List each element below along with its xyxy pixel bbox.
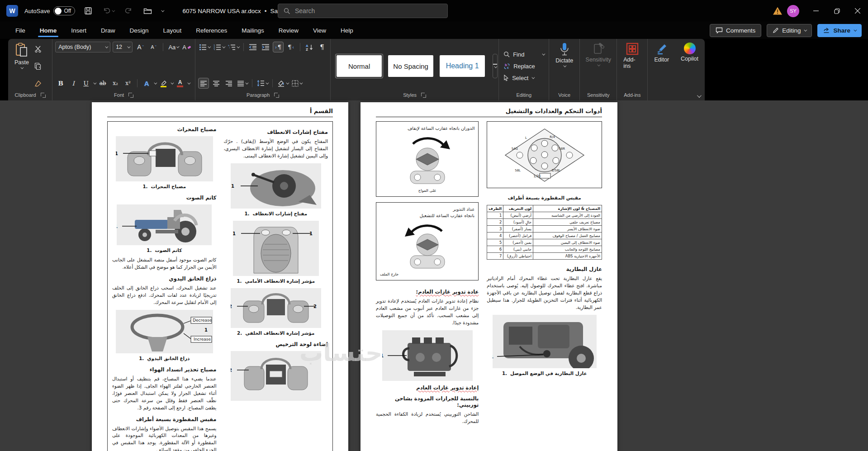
sort-button[interactable]: AZ [304,42,315,52]
style-no-spacing[interactable]: No Spacing [387,54,435,78]
tab-layout[interactable]: Layout [156,24,189,38]
borders-button[interactable] [291,78,303,89]
text-effects-button[interactable]: A [141,78,152,89]
document-canvas[interactable]: القسم أ مفتاح إشارات الانعطاف المفتاح يك… [0,100,868,451]
document-title-menu[interactable]: 6075 NARROW USA ar.docx • Saved [182,8,293,14]
font-color-chevron[interactable] [188,81,191,84]
tab-draw[interactable]: Draw [94,24,123,38]
grow-font-button[interactable]: Aˆ [135,42,146,52]
copy-button[interactable] [33,61,43,71]
tab-mailings[interactable]: Mailings [234,24,271,38]
cut-button[interactable] [33,43,43,54]
svg-text:A: A [306,44,308,48]
knob-ccw-text1: عداد التدوير [453,207,475,212]
copilot-button[interactable]: Copilot [677,42,702,90]
justify-button[interactable] [236,78,248,89]
editing-mode-button[interactable]: Editing [767,24,812,37]
bullets-button[interactable] [198,42,211,52]
numbering-button[interactable]: 123 [213,42,225,52]
bold-button[interactable]: B [55,78,66,89]
figure-tractor-rear-lamp: 1 [116,136,213,181]
document-page-1[interactable]: القسم أ مفتاح إشارات الانعطاف المفتاح يك… [92,102,348,451]
style-heading1[interactable]: Heading 1 [438,54,486,78]
dictate-button[interactable]: Dictate [552,42,577,90]
rtl-direction-button[interactable]: ¶‹ [285,42,296,52]
styles-gallery-more-button[interactable] [493,54,498,78]
shading-button[interactable] [276,78,289,89]
callout-1: 1 [204,328,208,332]
editor-button[interactable]: Editor [650,42,673,90]
select-button[interactable]: Select [502,73,546,83]
comments-button[interactable]: Comments [710,24,761,37]
addins-button[interactable]: Add-ins [620,42,645,90]
pin-center-label: 1/31 [533,174,541,178]
open-file-button[interactable] [141,4,155,18]
shrink-font-button[interactable]: Aˇ [148,42,159,52]
warning-icon[interactable] [773,6,783,15]
align-right-button[interactable] [223,78,234,89]
autosave-toggle[interactable]: Off [53,6,75,15]
clipboard-dialog-launcher[interactable] [41,93,46,98]
file-menu-chevron[interactable] [161,9,165,12]
pin-table-header-row: المصباح & لون الإشارة لون التعريف الطرف [487,205,602,212]
find-button[interactable]: Find [502,49,546,59]
strikethrough-button[interactable]: ab [97,78,108,89]
text-effects-chevron[interactable] [154,81,157,84]
align-left-button[interactable] [198,78,209,89]
increase-indent-button[interactable] [260,42,271,52]
close-button[interactable] [847,0,868,22]
ltr-direction-button[interactable]: ›¶ [273,42,284,52]
clear-formatting-button[interactable]: A [181,42,192,52]
align-center-button[interactable] [211,78,222,89]
highlight-button[interactable] [158,78,169,89]
font-size-select[interactable]: 12 [113,42,133,52]
multilevel-list-button[interactable]: ai [227,42,240,52]
tab-design[interactable]: Design [123,24,156,38]
multilevel-chevron [237,45,240,48]
line-spacing-button[interactable] [256,78,269,89]
decrease-indent-button[interactable] [247,42,258,52]
undo-button[interactable] [101,4,115,18]
search-box[interactable] [278,4,448,18]
avatar[interactable]: SY [787,5,799,17]
caption-hand-throttle: 1.ذراع الخانق اليدوي [112,356,217,361]
underline-button[interactable]: U [81,78,91,89]
tab-home[interactable]: Home [33,24,64,38]
sort-icon: AZ [306,44,313,51]
superscript-button[interactable]: x² [123,78,133,89]
figure-tractor-front: 1 1 [233,221,319,276]
highlight-chevron[interactable] [171,81,174,84]
style-normal[interactable]: Normal [335,54,383,78]
change-case-button[interactable]: Aa [167,42,179,52]
share-button[interactable]: Share [817,24,862,37]
callout-1: 1 [116,151,118,156]
tab-help[interactable]: Help [333,24,360,38]
tab-review[interactable]: Review [271,24,306,38]
tab-view[interactable]: View [306,24,333,38]
document-page-2[interactable]: أدوات التحكم والعدادات والتشغيل [360,102,617,451]
paragraph-dialog-launcher[interactable] [274,93,279,98]
styles-dialog-launcher[interactable] [421,93,426,98]
redo-button[interactable] [121,4,135,18]
search-input[interactable] [295,7,431,14]
font-name-select[interactable]: Aptos (Body) [55,42,110,52]
show-formatting-button[interactable]: ¶ [317,42,327,52]
minimize-button[interactable] [806,0,826,22]
tab-file[interactable]: File [8,24,33,38]
comment-icon [716,27,723,33]
font-color-button[interactable]: A [175,78,185,89]
format-painter-button[interactable] [33,78,43,89]
group-label-addins: Add-ins [624,92,640,98]
autosave-control[interactable]: AutoSave Off [24,6,75,15]
subscript-button[interactable]: x₂ [110,78,121,89]
font-dialog-launcher[interactable] [128,93,133,98]
save-button[interactable] [81,4,95,18]
tab-insert[interactable]: Insert [64,24,94,38]
replace-button[interactable]: bc Replace [502,61,546,71]
paste-button[interactable]: Paste [11,42,33,90]
italic-button[interactable]: I [68,78,79,89]
group-label-font: Font [114,92,124,98]
tab-references[interactable]: References [189,24,234,38]
underline-chevron[interactable] [94,81,97,84]
restore-button[interactable] [826,0,847,22]
